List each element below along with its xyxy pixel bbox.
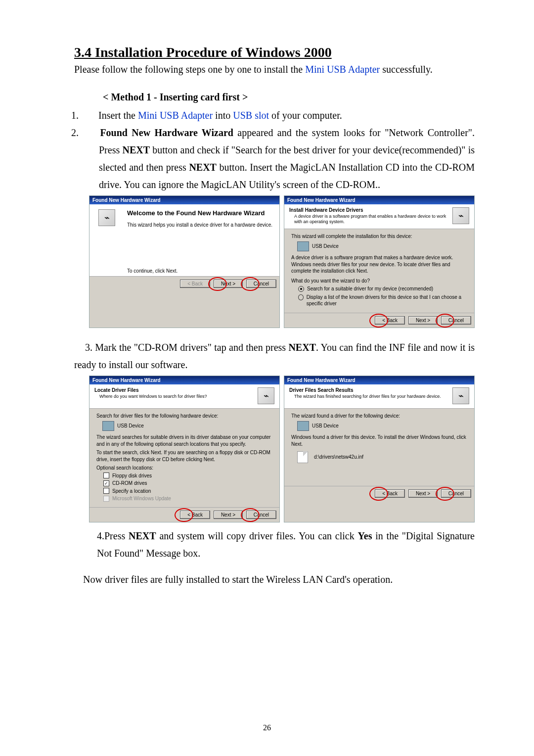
radio-dot-icon	[298, 294, 304, 300]
wizard-titlebar: Found New Hardware Wizard	[284, 196, 474, 204]
chk-label: Floppy disk drives	[112, 472, 152, 479]
results-line2: Windows found a driver for this device. …	[291, 434, 468, 447]
welcome-title: Welcome to the Found New Hardware Wizard	[127, 209, 273, 218]
chk-label: CD-ROM drives	[112, 480, 147, 487]
checkbox-icon	[103, 480, 109, 486]
step-3: 3. Mark the "CD-ROM drivers" tap and the…	[74, 339, 475, 374]
cancel-button[interactable]: Cancel	[246, 511, 276, 519]
wizard-install-drivers: Found New Hardware Wizard Install Hardwa…	[284, 195, 475, 328]
banner-title: Driver Files Search Results	[289, 387, 452, 393]
optional-label: Optional search locations:	[96, 465, 273, 472]
install-line1: This wizard will complete the installati…	[291, 233, 468, 240]
lead-paragraph: Please follow the following steps one by…	[74, 62, 475, 77]
usb-slot-term: USB slot	[233, 110, 269, 121]
next-button[interactable]: Next >	[408, 316, 438, 325]
banner-subtitle: Where do you want Windows to search for …	[99, 394, 258, 399]
back-button[interactable]: < Back	[375, 316, 405, 325]
next-button[interactable]: Next >	[408, 489, 438, 498]
next-button[interactable]: Next >	[214, 511, 243, 519]
step1-mid: into	[213, 110, 233, 121]
device-label: USB Device	[312, 423, 339, 429]
hardware-icon: ⌁	[258, 387, 274, 404]
banner-title: Locate Driver Files	[94, 387, 258, 393]
locate-line2: The wizard searches for suitable drivers…	[96, 434, 273, 447]
back-button[interactable]: < Back	[375, 489, 405, 498]
checkbox-icon	[103, 496, 109, 502]
wizard-row-2: Found New Hardware Wizard Locate Driver …	[89, 376, 475, 522]
step-4: 4.Press NEXT and system will copy driver…	[97, 527, 475, 562]
wizard-titlebar: Found New Hardware Wizard	[284, 376, 474, 384]
step2-bold-wizard: Found New Hardware Wizard	[100, 127, 233, 138]
step3-bold: NEXT	[288, 342, 316, 353]
inf-file-icon	[297, 451, 308, 463]
step2-bold-next2: NEXT	[189, 162, 217, 173]
radio-display-list[interactable]: Display a list of the known drivers for …	[298, 294, 468, 307]
chk-label: Specify a location	[112, 488, 151, 495]
section-heading: 3.4 Installation Procedure of Windows 20…	[74, 45, 475, 60]
chk-label: Microsoft Windows Update	[112, 495, 171, 502]
install-line2: A device driver is a software program th…	[291, 254, 468, 275]
locate-line1: Search for driver files for the followin…	[96, 413, 273, 420]
wizard-titlebar: Found New Hardware Wizard	[89, 196, 279, 204]
step2-bold-next1: NEXT	[122, 144, 150, 155]
step4-a: 4.Press	[97, 530, 129, 541]
device-label: USB Device	[117, 423, 144, 429]
lead-suffix: successfully.	[380, 64, 432, 75]
wizard-search-results: Found New Hardware Wizard Driver Files S…	[284, 376, 475, 522]
lead-prefix: Please follow the following steps one by…	[74, 64, 305, 75]
method-subheading: < Method 1 - Inserting card first >	[103, 92, 475, 103]
banner-subtitle: A device driver is a software program th…	[294, 214, 452, 225]
chk-windows-update: Microsoft Windows Update	[103, 495, 273, 502]
step-number-2: 2.	[85, 124, 96, 142]
checkbox-icon	[103, 488, 109, 494]
device-label: USB Device	[312, 243, 339, 250]
inf-path: d:\drivers\netsw42u.inf	[314, 454, 363, 461]
banner-title: Install Hardware Device Drivers	[289, 207, 452, 213]
step-2: 2. Found New Hardware Wizard appeared an…	[85, 124, 475, 193]
install-question: What do you want the wizard to do?	[291, 278, 468, 284]
step4-bold2: Yes	[358, 530, 372, 541]
checkbox-icon	[103, 472, 109, 478]
step3-a: 3. Mark the "CD-ROM drivers" tap and the…	[85, 342, 288, 353]
page-number: 26	[0, 723, 534, 732]
cancel-button[interactable]: Cancel	[441, 316, 471, 325]
wizard-titlebar: Found New Hardware Wizard	[89, 376, 279, 384]
chk-floppy[interactable]: Floppy disk drives	[103, 472, 273, 479]
mini-usb-term: Mini USB Adapter	[305, 64, 380, 75]
cancel-button[interactable]: Cancel	[246, 280, 276, 288]
step1-prefix: Insert the	[98, 110, 138, 121]
hardware-icon: ⌁	[98, 209, 115, 226]
wizard-locate-files: Found New Hardware Wizard Locate Driver …	[89, 376, 280, 522]
radio-label: Search for a suitable driver for my devi…	[307, 285, 433, 292]
device-icon	[102, 421, 114, 431]
step-1: 1. Insert the Mini USB Adapter into USB …	[85, 107, 475, 124]
next-button[interactable]: Next >	[214, 280, 243, 288]
results-line1: The wizard found a driver for the follow…	[291, 413, 468, 420]
step4-b: and system will copy driver files. You c…	[156, 530, 358, 541]
hardware-icon: ⌁	[452, 207, 469, 224]
cancel-button[interactable]: Cancel	[441, 489, 471, 498]
device-icon	[297, 421, 309, 431]
chk-cdrom[interactable]: CD-ROM drives	[103, 480, 273, 487]
step4-bold1: NEXT	[129, 530, 156, 541]
banner-subtitle: The wizard has finished searching for dr…	[294, 394, 452, 399]
step1-suffix: of your computer.	[269, 110, 342, 121]
wizard-side-graphic: ⌁	[89, 204, 124, 276]
step-number-1: 1.	[85, 107, 96, 124]
radio-label: Display a list of the known drivers for …	[307, 294, 468, 307]
wizard-row-1: Found New Hardware Wizard ⌁ Welcome to t…	[89, 195, 475, 328]
chk-specify[interactable]: Specify a location	[103, 488, 273, 495]
radio-dot-icon	[298, 286, 304, 292]
welcome-body1: This wizard helps you install a device d…	[127, 222, 273, 228]
welcome-body2: To continue, click Next.	[127, 268, 273, 274]
mini-usb-term: Mini USB Adapter	[138, 110, 213, 121]
locate-line3: To start the search, click Next. If you …	[96, 449, 273, 463]
radio-search-recommended[interactable]: Search for a suitable driver for my devi…	[298, 285, 468, 292]
back-button[interactable]: < Back	[180, 280, 210, 288]
hardware-icon: ⌁	[452, 387, 469, 404]
device-icon	[297, 241, 309, 251]
wizard-welcome: Found New Hardware Wizard ⌁ Welcome to t…	[89, 195, 280, 328]
closing-line: Now driver files are fully installed to …	[83, 571, 475, 588]
back-button[interactable]: < Back	[180, 511, 210, 519]
